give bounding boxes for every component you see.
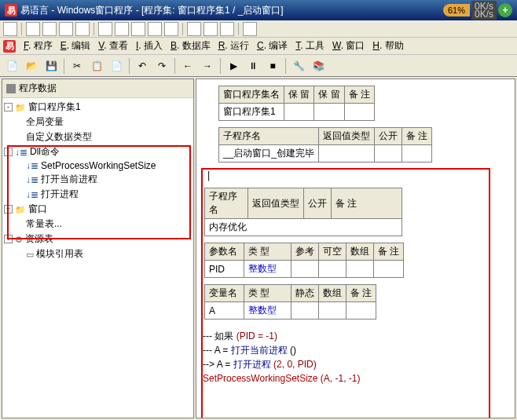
tb-icon-9[interactable] (148, 22, 162, 36)
col-ref: 参考 (292, 243, 319, 261)
tb-icon-1[interactable] (3, 22, 17, 36)
tree-node-openproc[interactable]: ↓≣打开进程 (26, 188, 79, 201)
cell-type[interactable]: 整数型 (244, 302, 292, 320)
menu-window[interactable]: W. 窗口 (329, 38, 368, 54)
menu-compile[interactable]: C. 编译 (254, 38, 291, 54)
col-rettype: 返回值类型 (319, 128, 375, 145)
undo-button[interactable]: ↶ (134, 57, 151, 75)
tree-node-window[interactable]: +窗口 (4, 203, 47, 216)
menu-help[interactable]: H. 帮助 (369, 38, 406, 54)
cell[interactable] (374, 261, 404, 278)
col-reserved2: 保 留 (314, 86, 344, 104)
cell-subname[interactable]: __启动窗口_创建完毕 (219, 145, 319, 163)
col-remark: 备 注 (374, 243, 404, 261)
nav-back-button[interactable]: ← (179, 57, 196, 75)
add-button[interactable]: + (498, 3, 512, 17)
tb-icon-11[interactable] (187, 22, 201, 36)
tree-node-dll[interactable]: -↓≣Dll命令 (4, 145, 60, 159)
menu-program[interactable]: F. 程序 (20, 38, 56, 54)
cell[interactable] (344, 104, 374, 121)
tool-button-1[interactable]: 🔧 (290, 57, 307, 75)
panel-title-text: 程序数据 (19, 82, 57, 95)
tb-icon-4[interactable] (59, 22, 73, 36)
tree-node-types[interactable]: 自定义数据类型 (26, 130, 92, 144)
tb-icon-6[interactable] (98, 22, 112, 36)
tb-icon-10[interactable] (164, 22, 178, 36)
open-button[interactable]: 📂 (23, 57, 40, 75)
code-block[interactable]: --- 如果 (PID = -1) --- A = 打开当前进程 () --> … (200, 326, 513, 389)
col-array: 数组 (346, 243, 374, 261)
menu-view[interactable]: V. 查看 (95, 38, 131, 54)
menu-run[interactable]: R. 运行 (215, 38, 252, 54)
tb-icon-13[interactable] (220, 22, 234, 36)
cell[interactable] (292, 261, 319, 278)
cell-type[interactable]: 整数型 (244, 261, 292, 278)
type-link[interactable]: 整数型 (248, 263, 277, 274)
col-varname: 变量名 (205, 285, 244, 302)
run-button[interactable]: ▶ (225, 57, 242, 75)
tree-node-assembly[interactable]: -窗口程序集1 (4, 100, 81, 114)
cell-paramname[interactable]: PID (205, 261, 244, 278)
new-button[interactable]: 📄 (3, 57, 20, 75)
method-icon: ↓≣ (26, 174, 38, 185)
project-tree[interactable]: -窗口程序集1 全局变量 自定义数据类型 -↓≣Dll命令 ↓≣SetProce… (2, 98, 193, 418)
sub2-table: 子程序名 返回值类型 公开 备 注 内存优化 (204, 188, 402, 236)
col-nullable: 可空 (319, 243, 346, 261)
type-link[interactable]: 整数型 (248, 305, 277, 316)
cell-subname[interactable]: 内存优化 (205, 219, 402, 236)
col-rettype: 返回值类型 (248, 188, 304, 219)
left-panel: 程序数据 -窗口程序集1 全局变量 自定义数据类型 -↓≣Dll命令 ↓≣Set… (2, 79, 194, 418)
nav-fwd-button[interactable]: → (199, 57, 216, 75)
tool-button-2[interactable]: 📚 (310, 57, 327, 75)
cell[interactable] (346, 261, 374, 278)
code-cursor[interactable]: | (200, 169, 513, 183)
cell[interactable] (319, 261, 346, 278)
cell[interactable] (402, 145, 432, 163)
separator (238, 23, 239, 35)
cell[interactable] (319, 145, 375, 163)
menu-insert[interactable]: I. 插入 (133, 38, 166, 54)
cell[interactable] (314, 104, 344, 121)
cell[interactable] (346, 302, 376, 320)
tree-node-setprocws[interactable]: ↓≣SetProcessWorkingSetSize (26, 160, 156, 171)
pause-button[interactable]: ⏸ (244, 57, 262, 75)
tree-node-opencur[interactable]: ↓≣打开当前进程 (26, 173, 97, 186)
cell[interactable] (375, 145, 402, 163)
speed-indicator: 0K/s 0K/s (471, 1, 497, 20)
tb-icon-2[interactable] (26, 22, 40, 36)
copy-button[interactable]: 📋 (88, 57, 105, 75)
tb-icon-7[interactable] (115, 22, 129, 36)
code-line-4[interactable]: SetProcessWorkingSetSize (A, -1, -1) (203, 371, 510, 385)
window-title: 易语言 - Windows窗口程序 - [程序集: 窗口程序集1 / _启动窗口… (20, 4, 443, 17)
cell-varname[interactable]: A (205, 302, 244, 320)
tree-node-module[interactable]: 模块引用表 (26, 247, 83, 261)
tb-icon-5[interactable] (75, 22, 90, 36)
menubar: 易 F. 程序 E. 编辑 V. 查看 I. 插入 B. 数据库 R. 运行 C… (0, 38, 517, 55)
menu-edit[interactable]: E. 编辑 (57, 38, 94, 54)
cell-assembly-name[interactable]: 窗口程序集1 (219, 104, 284, 121)
separator (94, 23, 94, 35)
tree-node-const[interactable]: 常量表... (26, 217, 62, 231)
tb-icon-8[interactable] (131, 22, 145, 36)
tree-node-globals[interactable]: 全局变量 (26, 115, 64, 129)
cell[interactable] (284, 104, 314, 121)
menu-database[interactable]: B. 数据库 (167, 38, 214, 54)
tb-icon-12[interactable] (204, 22, 218, 36)
cell[interactable] (292, 302, 319, 320)
save-button[interactable]: 💾 (42, 57, 60, 75)
code-line-3[interactable]: --> A = 打开进程 (2, 0, PID) (203, 357, 510, 371)
sub-table: 子程序名 返回值类型 公开 备 注 __启动窗口_创建完毕 (218, 127, 432, 163)
tree-node-res[interactable]: +资源表 (4, 232, 53, 246)
tb-icon-3[interactable] (42, 22, 57, 36)
cut-button[interactable]: ✂ (68, 57, 86, 75)
tb-icon-14[interactable] (243, 22, 257, 36)
col-reserved1: 保 留 (284, 86, 314, 104)
menu-tools[interactable]: T. 工具 (292, 38, 328, 54)
right-panel: ↓ 窗口程序集名 保 留 保 留 备 注 窗口程序集1 (196, 79, 515, 418)
cell[interactable] (319, 302, 346, 320)
redo-button[interactable]: ↷ (153, 57, 170, 75)
stop-button[interactable]: ■ (264, 57, 281, 75)
code-line-2[interactable]: --- A = 打开当前进程 () (203, 343, 510, 357)
paste-button[interactable]: 📄 (108, 57, 125, 75)
code-line-1[interactable]: --- 如果 (PID = -1) (203, 329, 510, 343)
